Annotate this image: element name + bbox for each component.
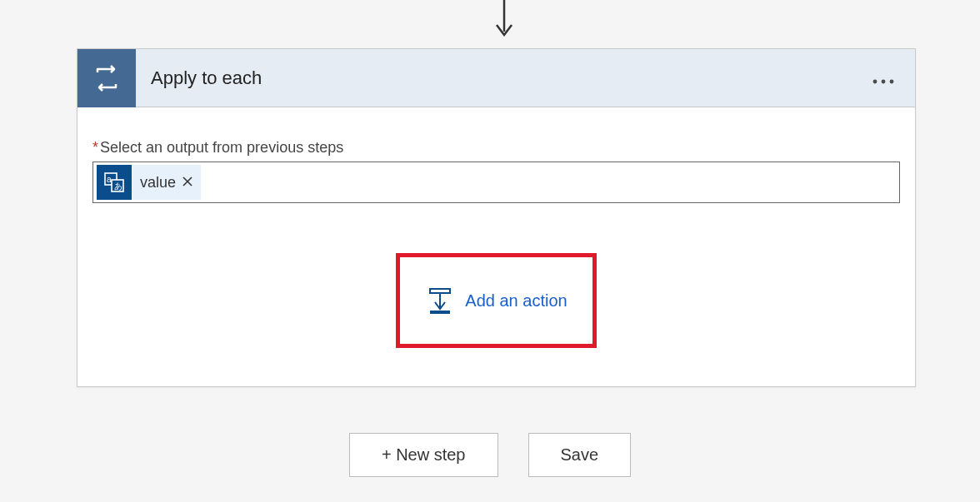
more-options-button[interactable]: [872, 67, 915, 90]
svg-point-1: [873, 79, 878, 83]
add-action-button[interactable]: Add an action: [396, 253, 596, 348]
add-action-label: Add an action: [465, 291, 567, 311]
translate-icon: a あ: [97, 165, 132, 200]
svg-rect-12: [430, 311, 450, 314]
svg-point-2: [882, 79, 886, 83]
required-indicator: *: [92, 139, 98, 156]
svg-rect-10: [430, 289, 450, 293]
card-body: *Select an output from previous steps a …: [78, 107, 915, 386]
svg-point-3: [890, 79, 894, 83]
svg-text:あ: あ: [114, 181, 122, 191]
svg-text:a: a: [107, 175, 112, 184]
token-remove-button[interactable]: [182, 175, 192, 190]
save-button[interactable]: Save: [528, 433, 632, 477]
output-selector-input[interactable]: a あ value: [92, 162, 900, 203]
card-title: Apply to each: [136, 67, 872, 89]
token-label: value: [140, 174, 176, 191]
action-area: Add an action: [92, 253, 900, 348]
field-label: *Select an output from previous steps: [92, 139, 900, 157]
apply-to-each-card: Apply to each *Select an output from pre…: [77, 48, 916, 387]
connector-arrow: [492, 0, 517, 42]
bottom-button-row: + New step Save: [0, 433, 980, 477]
add-action-icon: [425, 286, 455, 316]
dynamic-content-token[interactable]: a あ value: [97, 165, 201, 200]
loop-icon: [78, 49, 136, 107]
field-label-text: Select an output from previous steps: [100, 139, 343, 156]
card-header[interactable]: Apply to each: [78, 49, 915, 107]
new-step-button[interactable]: + New step: [349, 433, 498, 477]
